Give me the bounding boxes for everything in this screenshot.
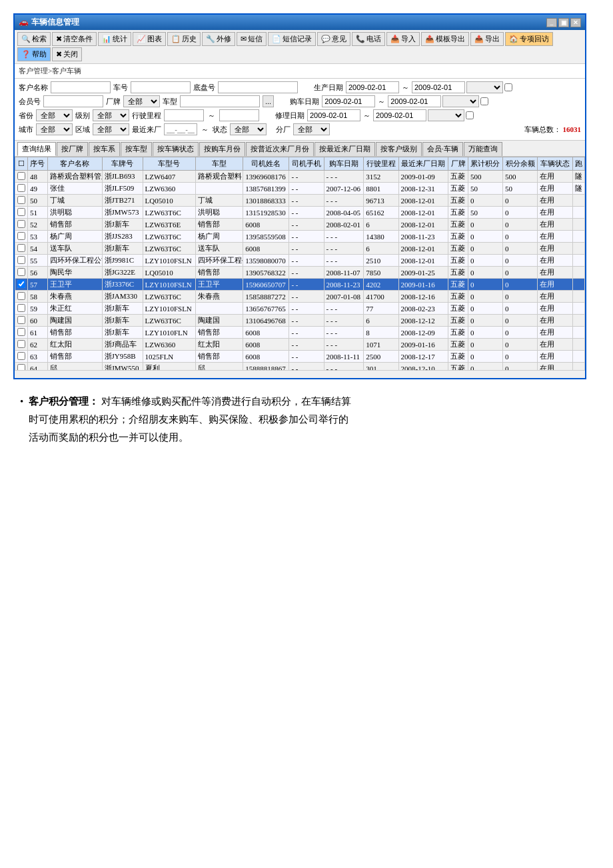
- tab-by-car-type[interactable]: 按车型: [121, 142, 152, 156]
- row-checkbox[interactable]: [15, 279, 28, 291]
- clear-button[interactable]: ✖清空条件: [52, 32, 97, 46]
- level-select[interactable]: 全部: [93, 109, 129, 121]
- table-row[interactable]: 56陶民华浙JG322ELQ05010销售部13905768322- -2008…: [15, 267, 585, 279]
- production-date-from[interactable]: [346, 81, 399, 93]
- repair-button[interactable]: 🔧外修: [202, 32, 235, 46]
- help-button[interactable]: ❓帮助: [17, 47, 51, 61]
- row-checkbox[interactable]: [15, 339, 28, 351]
- row-checkbox[interactable]: [15, 267, 28, 279]
- row-checkbox[interactable]: [15, 315, 28, 327]
- minimize-button[interactable]: _: [546, 18, 557, 27]
- tab-summary[interactable]: 查询结果: [17, 142, 56, 156]
- tab-by-manufacturer[interactable]: 按厂牌: [57, 142, 88, 156]
- branch-select[interactable]: 全部: [293, 123, 330, 135]
- mileage-to-input[interactable]: [219, 109, 259, 121]
- repair-date-checkbox[interactable]: [466, 111, 474, 119]
- tab-by-last-factory-month[interactable]: 按普近次来厂月份: [246, 142, 314, 156]
- comment-button[interactable]: 💬意见: [317, 32, 350, 46]
- chassis-no-input[interactable]: [218, 81, 298, 93]
- province-select[interactable]: 全部: [36, 109, 73, 121]
- row-checkbox[interactable]: [15, 327, 28, 339]
- table-row[interactable]: 58朱春燕浙JAM330LZW63T6C朱春燕15858887272- -200…: [15, 291, 585, 303]
- table-row[interactable]: 54送车队浙J新车LZW63T6C送车队6008- -- - -62008-12…: [15, 243, 585, 255]
- row-checkbox[interactable]: [15, 231, 28, 243]
- table-row[interactable]: 53杨广周浙JJS283LZW63T6C杨广周13958559508- -- -…: [15, 231, 585, 243]
- row-phone: - -: [289, 315, 324, 327]
- special-visit-button[interactable]: 🏠专项回访: [505, 32, 553, 46]
- last-factory-from-input[interactable]: [164, 123, 197, 135]
- car-no-label: 车号: [113, 83, 128, 93]
- production-date-select[interactable]: [466, 81, 503, 93]
- mileage-from-input[interactable]: [164, 109, 204, 121]
- table-row[interactable]: 48路桥观合塑料管膜厂浙JLB693LZW6407路桥观合塑料139696081…: [15, 171, 585, 183]
- template-export-button[interactable]: 📤模板导出: [421, 32, 469, 46]
- car-type-browse-button[interactable]: ...: [263, 95, 274, 107]
- car-no-input[interactable]: [131, 81, 191, 93]
- row-checkbox[interactable]: [15, 291, 28, 303]
- row-type: 销售部: [195, 351, 243, 363]
- row-checkbox[interactable]: [15, 351, 28, 363]
- import-button[interactable]: 📥导入: [386, 32, 420, 46]
- history-button[interactable]: 📋历史: [167, 32, 201, 46]
- row-checkbox[interactable]: [15, 243, 28, 255]
- tab-by-last-factory-date[interactable]: 按最近来厂日期: [314, 142, 375, 156]
- tab-member-car[interactable]: 会员·车辆: [422, 142, 463, 156]
- row-checkbox[interactable]: [15, 255, 28, 267]
- stat-button[interactable]: 📊统计: [98, 32, 131, 46]
- row-checkbox[interactable]: [15, 171, 28, 183]
- close-button[interactable]: ✕: [570, 18, 581, 27]
- row-checkbox[interactable]: [15, 303, 28, 315]
- row-checkbox[interactable]: [15, 207, 28, 219]
- table-row[interactable]: 52销售部浙J新车LZW63T6E销售部6008- -2008-02-01620…: [15, 219, 585, 231]
- horizontal-scrollbar[interactable]: [15, 370, 585, 378]
- tab-by-car-series[interactable]: 按车系: [89, 142, 120, 156]
- status-select[interactable]: 全部: [230, 123, 267, 135]
- purchase-date-checkbox[interactable]: [480, 97, 488, 105]
- table-row[interactable]: 64邱浙JMW550夏利邱15888818867- -- - -3012008-…: [15, 363, 585, 371]
- member-no-input[interactable]: [43, 95, 103, 107]
- city-select[interactable]: 全部: [36, 123, 73, 135]
- tab-all-query[interactable]: 万能查询: [464, 142, 502, 156]
- manufacturer-select[interactable]: 全部: [123, 95, 160, 107]
- row-checkbox[interactable]: [15, 219, 28, 231]
- toolbar-close-button[interactable]: ✖关闭: [52, 47, 82, 61]
- table-row[interactable]: 50丁城浙JTB271LQ05010丁城13018868333- -- - -9…: [15, 195, 585, 207]
- repair-date-select[interactable]: [428, 109, 464, 121]
- row-phone: - -: [289, 195, 324, 207]
- production-date-to[interactable]: [412, 81, 465, 93]
- tab-by-customer-level[interactable]: 按客户级别: [376, 142, 422, 156]
- search-button[interactable]: 🔍检索: [17, 32, 51, 46]
- sms-button[interactable]: ✉短信: [237, 32, 267, 46]
- row-checkbox[interactable]: [15, 195, 28, 207]
- restore-button[interactable]: ▣: [558, 18, 569, 27]
- phone-button[interactable]: 📞电话: [352, 32, 385, 46]
- table-row[interactable]: 55四环环保工程公司浙J9981CLZY1010FSLN四环环保工程公13598…: [15, 255, 585, 267]
- tab-by-month[interactable]: 按购车月份: [199, 142, 245, 156]
- repair-date-from[interactable]: [307, 109, 360, 121]
- district-select[interactable]: 全部: [93, 123, 129, 135]
- export-button[interactable]: 📤导出: [470, 32, 504, 46]
- row-plate: 浙JJS283: [102, 231, 143, 243]
- table-row[interactable]: 61销售部浙J新车LZY1010FLN销售部6008- -- - -82008-…: [15, 327, 585, 339]
- purchase-date-from[interactable]: [322, 95, 375, 107]
- table-row[interactable]: 63销售部浙JY958B1025FLN销售部6008- -2008-11-112…: [15, 351, 585, 363]
- table-row[interactable]: 49张佳浙JLF509LZW636013857681399- -2007-12-…: [15, 183, 585, 195]
- row-checkbox[interactable]: [15, 363, 28, 371]
- production-date-checkbox[interactable]: [504, 83, 512, 91]
- sms-log-button[interactable]: 📄短信记录: [268, 32, 316, 46]
- table-row[interactable]: 57王卫平浙J3376CLZY1010FSLN王卫平15960650707- -…: [15, 279, 585, 291]
- repair-date-to[interactable]: [373, 109, 426, 121]
- table-row[interactable]: 59朱正红浙J新车LZY1010FSLN13656767765- -- - -7…: [15, 303, 585, 315]
- row-last-factory: 2008-12-31: [398, 183, 448, 195]
- table-row[interactable]: 62红太阳浙J商品车LZW6360红太阳6008- -- - -10712009…: [15, 339, 585, 351]
- tab-by-status[interactable]: 按车辆状态: [153, 142, 199, 156]
- row-model: LZY1010FSLN: [143, 279, 195, 291]
- car-type-input[interactable]: [180, 95, 260, 107]
- purchase-date-to[interactable]: [388, 95, 441, 107]
- chart-button[interactable]: 📈图表: [133, 32, 166, 46]
- table-row[interactable]: 51洪明聪浙JMW573LZW63T6C洪明聪13151928530- -200…: [15, 207, 585, 219]
- customer-name-input[interactable]: [51, 81, 111, 93]
- table-row[interactable]: 60陶建国浙J新车LZW63T6C陶建国13106496768- -- - -6…: [15, 315, 585, 327]
- row-checkbox[interactable]: [15, 183, 28, 195]
- purchase-date-select[interactable]: [442, 95, 479, 107]
